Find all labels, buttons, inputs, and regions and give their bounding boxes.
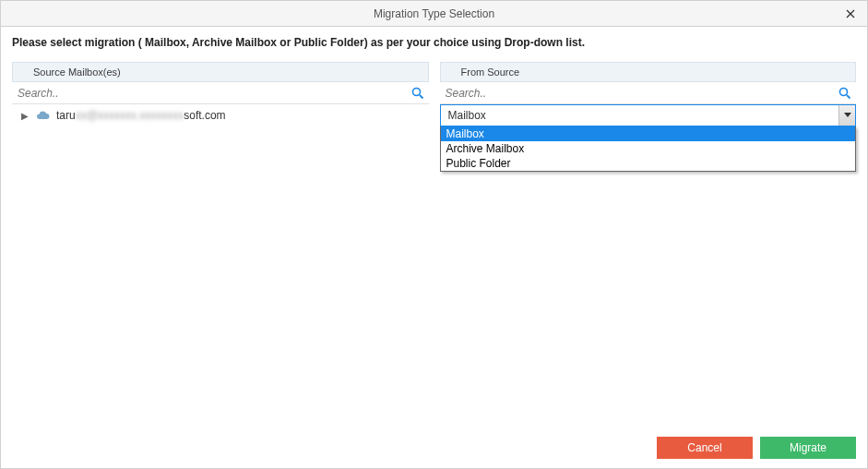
close-button[interactable] bbox=[841, 5, 860, 23]
cancel-button[interactable]: Cancel bbox=[657, 437, 753, 459]
from-source-panel: From Source Mailbox Mailbox Archive Mail… bbox=[440, 62, 857, 126]
search-icon bbox=[838, 87, 851, 100]
instruction-text: Please select migration ( Mailbox, Archi… bbox=[1, 27, 867, 62]
source-search-row bbox=[12, 82, 429, 104]
migration-type-select[interactable]: Mailbox bbox=[440, 104, 857, 126]
dropdown-option-public-folder[interactable]: Public Folder bbox=[441, 156, 856, 171]
dropdown-arrow-button[interactable] bbox=[838, 105, 855, 126]
migrate-button[interactable]: Migrate bbox=[760, 437, 856, 459]
dropdown-option-archive-mailbox[interactable]: Archive Mailbox bbox=[441, 141, 856, 156]
close-icon bbox=[846, 9, 855, 18]
from-source-search-row bbox=[440, 82, 857, 104]
svg-point-4 bbox=[840, 88, 848, 95]
search-icon bbox=[411, 87, 424, 100]
from-source-search-input[interactable] bbox=[440, 83, 835, 103]
mailbox-label: taruxx@xxxxxxx.xxxxxxxxsoft.com bbox=[56, 109, 226, 122]
titlebar: Migration Type Selection bbox=[1, 1, 867, 27]
svg-point-2 bbox=[412, 88, 420, 95]
chevron-down-icon bbox=[844, 113, 851, 118]
cloud-icon bbox=[36, 110, 51, 121]
expand-arrow-icon[interactable]: ▶ bbox=[21, 111, 29, 121]
source-mailbox-panel: Source Mailbox(es) ▶ taruxx@xxxxxxx.xxxx… bbox=[12, 62, 429, 126]
migration-type-value: Mailbox bbox=[441, 107, 839, 124]
svg-line-5 bbox=[847, 95, 850, 99]
dropdown-option-mailbox[interactable]: Mailbox bbox=[441, 126, 856, 141]
from-source-search-button[interactable] bbox=[834, 87, 856, 100]
source-search-input[interactable] bbox=[12, 83, 407, 103]
source-search-button[interactable] bbox=[407, 87, 429, 100]
svg-line-3 bbox=[420, 95, 423, 99]
source-mailbox-header: Source Mailbox(es) bbox=[12, 62, 429, 82]
footer-buttons: Cancel Migrate bbox=[657, 437, 856, 459]
migration-type-dropdown: Mailbox Archive Mailbox Public Folder bbox=[440, 126, 857, 172]
from-source-header: From Source bbox=[440, 62, 857, 82]
mailbox-tree-row[interactable]: ▶ taruxx@xxxxxxx.xxxxxxxxsoft.com bbox=[12, 104, 429, 126]
window-title: Migration Type Selection bbox=[374, 7, 494, 20]
svg-marker-6 bbox=[844, 113, 851, 117]
